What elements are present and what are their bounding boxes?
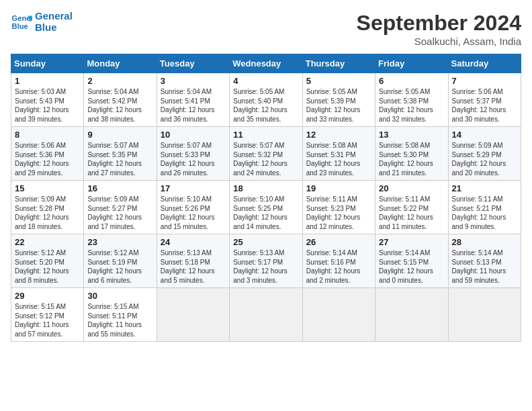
day-info: Sunrise: 5:14 AM Sunset: 5:13 PM Dayligh… bbox=[452, 248, 517, 285]
calendar-weekday-tuesday: Tuesday bbox=[157, 54, 229, 73]
month-title: September 2024 bbox=[357, 11, 521, 36]
title-block: September 2024 Soalkuchi, Assam, India bbox=[357, 11, 521, 47]
calendar-cell: 23Sunrise: 5:12 AM Sunset: 5:19 PM Dayli… bbox=[84, 234, 157, 288]
calendar-weekday-saturday: Saturday bbox=[448, 54, 521, 73]
day-info: Sunrise: 5:14 AM Sunset: 5:16 PM Dayligh… bbox=[306, 248, 371, 285]
calendar-weekday-wednesday: Wednesday bbox=[230, 54, 302, 73]
day-number: 3 bbox=[161, 76, 226, 86]
calendar-cell: 16Sunrise: 5:09 AM Sunset: 5:27 PM Dayli… bbox=[84, 181, 157, 234]
day-number: 21 bbox=[452, 183, 517, 193]
day-number: 16 bbox=[87, 183, 152, 193]
day-number: 25 bbox=[233, 237, 298, 247]
day-number: 15 bbox=[15, 183, 80, 193]
day-number: 7 bbox=[452, 76, 517, 86]
day-info: Sunrise: 5:14 AM Sunset: 5:15 PM Dayligh… bbox=[379, 248, 444, 285]
calendar-cell: 11Sunrise: 5:07 AM Sunset: 5:32 PM Dayli… bbox=[230, 127, 302, 181]
calendar-cell: 6Sunrise: 5:05 AM Sunset: 5:38 PM Daylig… bbox=[375, 73, 448, 127]
calendar-cell: 19Sunrise: 5:11 AM Sunset: 5:23 PM Dayli… bbox=[302, 181, 375, 234]
calendar-weekday-thursday: Thursday bbox=[302, 54, 375, 73]
calendar-cell: 10Sunrise: 5:07 AM Sunset: 5:33 PM Dayli… bbox=[157, 127, 229, 181]
day-info: Sunrise: 5:12 AM Sunset: 5:20 PM Dayligh… bbox=[15, 248, 80, 285]
calendar-header-row: SundayMondayTuesdayWednesdayThursdayFrid… bbox=[11, 54, 521, 73]
day-info: Sunrise: 5:07 AM Sunset: 5:33 PM Dayligh… bbox=[161, 141, 226, 177]
day-number: 28 bbox=[452, 237, 517, 247]
day-info: Sunrise: 5:04 AM Sunset: 5:42 PM Dayligh… bbox=[87, 87, 152, 124]
day-info: Sunrise: 5:03 AM Sunset: 5:43 PM Dayligh… bbox=[15, 87, 80, 124]
day-info: Sunrise: 5:09 AM Sunset: 5:29 PM Dayligh… bbox=[452, 141, 517, 177]
calendar-cell: 14Sunrise: 5:09 AM Sunset: 5:29 PM Dayli… bbox=[448, 127, 521, 181]
day-info: Sunrise: 5:06 AM Sunset: 5:36 PM Dayligh… bbox=[15, 141, 80, 177]
day-info: Sunrise: 5:15 AM Sunset: 5:11 PM Dayligh… bbox=[87, 302, 152, 338]
calendar-cell: 5Sunrise: 5:05 AM Sunset: 5:39 PM Daylig… bbox=[302, 73, 375, 127]
day-number: 14 bbox=[452, 130, 517, 140]
logo: General Blue General Blue bbox=[11, 11, 73, 33]
day-info: Sunrise: 5:07 AM Sunset: 5:32 PM Dayligh… bbox=[233, 141, 298, 177]
calendar-weekday-friday: Friday bbox=[375, 54, 448, 73]
day-info: Sunrise: 5:12 AM Sunset: 5:19 PM Dayligh… bbox=[87, 248, 152, 285]
day-number: 18 bbox=[233, 183, 298, 193]
day-number: 17 bbox=[161, 183, 226, 193]
calendar-cell: 2Sunrise: 5:04 AM Sunset: 5:42 PM Daylig… bbox=[84, 73, 157, 127]
calendar-cell: 4Sunrise: 5:05 AM Sunset: 5:40 PM Daylig… bbox=[230, 73, 302, 127]
day-info: Sunrise: 5:04 AM Sunset: 5:41 PM Dayligh… bbox=[161, 87, 226, 124]
calendar-cell bbox=[230, 288, 302, 342]
day-number: 8 bbox=[15, 130, 80, 140]
day-number: 24 bbox=[161, 237, 226, 247]
calendar-cell: 7Sunrise: 5:06 AM Sunset: 5:37 PM Daylig… bbox=[448, 73, 521, 127]
calendar-cell: 3Sunrise: 5:04 AM Sunset: 5:41 PM Daylig… bbox=[157, 73, 229, 127]
calendar-cell: 12Sunrise: 5:08 AM Sunset: 5:31 PM Dayli… bbox=[302, 127, 375, 181]
calendar-cell bbox=[302, 288, 375, 342]
logo-icon: General Blue bbox=[11, 11, 32, 33]
calendar-cell: 26Sunrise: 5:14 AM Sunset: 5:16 PM Dayli… bbox=[302, 234, 375, 288]
calendar-cell: 18Sunrise: 5:10 AM Sunset: 5:25 PM Dayli… bbox=[230, 181, 302, 234]
calendar-cell: 8Sunrise: 5:06 AM Sunset: 5:36 PM Daylig… bbox=[11, 127, 84, 181]
calendar-weekday-sunday: Sunday bbox=[11, 54, 84, 73]
day-info: Sunrise: 5:11 AM Sunset: 5:22 PM Dayligh… bbox=[379, 195, 444, 231]
day-info: Sunrise: 5:09 AM Sunset: 5:27 PM Dayligh… bbox=[87, 195, 152, 231]
day-number: 4 bbox=[233, 76, 298, 86]
day-info: Sunrise: 5:05 AM Sunset: 5:39 PM Dayligh… bbox=[306, 87, 371, 124]
calendar-cell: 20Sunrise: 5:11 AM Sunset: 5:22 PM Dayli… bbox=[375, 181, 448, 234]
day-info: Sunrise: 5:13 AM Sunset: 5:18 PM Dayligh… bbox=[161, 248, 226, 285]
day-number: 13 bbox=[379, 130, 444, 140]
day-info: Sunrise: 5:11 AM Sunset: 5:21 PM Dayligh… bbox=[452, 195, 517, 231]
calendar-cell bbox=[157, 288, 229, 342]
day-info: Sunrise: 5:10 AM Sunset: 5:26 PM Dayligh… bbox=[161, 195, 226, 231]
calendar-body: 1Sunrise: 5:03 AM Sunset: 5:43 PM Daylig… bbox=[11, 73, 521, 342]
day-number: 11 bbox=[233, 130, 298, 140]
calendar-weekday-monday: Monday bbox=[84, 54, 157, 73]
calendar-cell: 22Sunrise: 5:12 AM Sunset: 5:20 PM Dayli… bbox=[11, 234, 84, 288]
day-info: Sunrise: 5:08 AM Sunset: 5:30 PM Dayligh… bbox=[379, 141, 444, 177]
day-number: 27 bbox=[379, 237, 444, 247]
calendar-cell: 24Sunrise: 5:13 AM Sunset: 5:18 PM Dayli… bbox=[157, 234, 229, 288]
page-header: General Blue General Blue September 2024… bbox=[11, 11, 521, 47]
calendar-cell bbox=[375, 288, 448, 342]
calendar-week-row: 15Sunrise: 5:09 AM Sunset: 5:28 PM Dayli… bbox=[11, 181, 521, 234]
calendar-cell: 21Sunrise: 5:11 AM Sunset: 5:21 PM Dayli… bbox=[448, 181, 521, 234]
day-number: 22 bbox=[15, 237, 80, 247]
calendar-week-row: 8Sunrise: 5:06 AM Sunset: 5:36 PM Daylig… bbox=[11, 127, 521, 181]
day-number: 6 bbox=[379, 76, 444, 86]
calendar-cell: 27Sunrise: 5:14 AM Sunset: 5:15 PM Dayli… bbox=[375, 234, 448, 288]
calendar-cell: 29Sunrise: 5:15 AM Sunset: 5:12 PM Dayli… bbox=[11, 288, 84, 342]
day-number: 30 bbox=[87, 291, 152, 301]
day-number: 2 bbox=[87, 76, 152, 86]
day-info: Sunrise: 5:10 AM Sunset: 5:25 PM Dayligh… bbox=[233, 195, 298, 231]
day-info: Sunrise: 5:07 AM Sunset: 5:35 PM Dayligh… bbox=[87, 141, 152, 177]
calendar-cell: 28Sunrise: 5:14 AM Sunset: 5:13 PM Dayli… bbox=[448, 234, 521, 288]
calendar-cell: 17Sunrise: 5:10 AM Sunset: 5:26 PM Dayli… bbox=[157, 181, 229, 234]
day-number: 19 bbox=[306, 183, 371, 193]
day-info: Sunrise: 5:08 AM Sunset: 5:31 PM Dayligh… bbox=[306, 141, 371, 177]
calendar-week-row: 22Sunrise: 5:12 AM Sunset: 5:20 PM Dayli… bbox=[11, 234, 521, 288]
day-info: Sunrise: 5:09 AM Sunset: 5:28 PM Dayligh… bbox=[15, 195, 80, 231]
day-number: 12 bbox=[306, 130, 371, 140]
day-number: 5 bbox=[306, 76, 371, 86]
calendar-week-row: 29Sunrise: 5:15 AM Sunset: 5:12 PM Dayli… bbox=[11, 288, 521, 342]
location-subtitle: Soalkuchi, Assam, India bbox=[357, 36, 521, 47]
day-number: 1 bbox=[15, 76, 80, 86]
svg-text:Blue: Blue bbox=[12, 22, 28, 30]
calendar-week-row: 1Sunrise: 5:03 AM Sunset: 5:43 PM Daylig… bbox=[11, 73, 521, 127]
day-number: 26 bbox=[306, 237, 371, 247]
day-number: 20 bbox=[379, 183, 444, 193]
logo-line2: Blue bbox=[35, 22, 73, 34]
